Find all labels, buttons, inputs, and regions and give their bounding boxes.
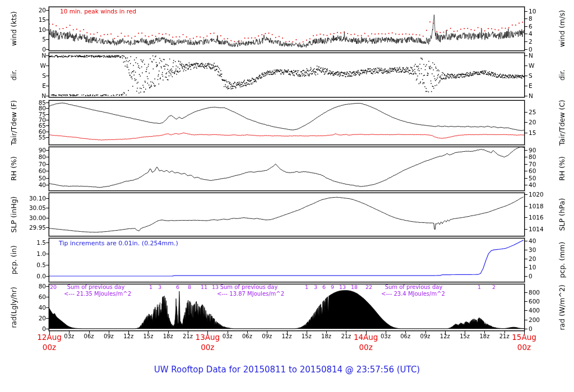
tip-increment-note: Tip increments are 0.01in. (0.254mm.) <box>59 240 178 247</box>
tick-label-right-temperature: 15 <box>529 129 558 136</box>
tick-label-left-rh: 90 <box>19 147 46 153</box>
tick-label-left-wind: 10 <box>19 26 46 33</box>
tick-label-right-rh: 60 <box>529 167 558 174</box>
x-axis-minor-label: 18z <box>159 333 177 339</box>
x-axis-major-label-hour: 00z <box>348 343 384 352</box>
x-axis-minor-label: 09z <box>258 333 276 339</box>
tick-label-left-wind: 5 <box>19 36 46 43</box>
tick-label-left-dir: N <box>19 52 46 59</box>
tick-label-left-rh: 70 <box>19 161 46 167</box>
tick-label-right-rh: 80 <box>529 153 558 160</box>
x-axis-major-label: 13Aug <box>189 333 225 342</box>
axis-label-dir-left: dir. <box>10 69 18 80</box>
tick-label-left-dir: N <box>19 92 46 99</box>
tick-label-left-slp: 30.00 <box>19 214 46 221</box>
x-axis-minor-label: 06z <box>80 333 98 339</box>
tick-label-left-dir: S <box>19 72 46 79</box>
axis-label-temp-left: Tair/Tdew (F) <box>10 100 18 145</box>
tick-label-right-rh: 90 <box>529 147 558 153</box>
tick-label-right-pcp: 20 <box>529 255 558 262</box>
tick-label-left-rh: 80 <box>19 153 46 160</box>
tick-label-right-wind: 10 <box>529 8 558 15</box>
x-axis-minor-label: 09z <box>416 333 434 339</box>
tick-label-right-wind: 8 <box>529 15 558 22</box>
x-axis-minor-label: 15z <box>139 333 157 339</box>
tick-label-right-rad: 600 <box>529 298 558 305</box>
tick-label-left-rad: 20 <box>19 315 46 321</box>
tick-label-right-wind: 2 <box>529 38 558 45</box>
tick-label-left-dir: E <box>19 82 46 89</box>
x-axis-minor-label: 12z <box>119 333 137 339</box>
tick-label-left-wind: 20 <box>19 7 46 13</box>
tick-label-left-dir: W <box>19 62 46 69</box>
x-axis-major-label: 14Aug <box>348 333 384 342</box>
weather-station-figure: wind (kts) dir. Tair/Tdew (F) RH (%) SLP… <box>0 0 574 392</box>
x-axis-major-label-hour: 00z <box>31 343 67 352</box>
rad-sum-note-2b: <--- 13.87 MJoules/m^2 <box>189 291 312 297</box>
axis-label-slp-right: SLP (hPa) <box>558 198 566 231</box>
tick-label-right-rh: 70 <box>529 161 558 167</box>
tick-label-left-rh: 60 <box>19 167 46 174</box>
tick-label-right-slp: 1016 <box>529 214 558 221</box>
tick-label-left-pcp: 1.0 <box>19 250 46 257</box>
axis-label-rad-left: rad(Lgly/hr) <box>10 287 18 328</box>
axis-label-slp-left: SLP (inHg) <box>10 197 18 233</box>
axis-label-rh-left: RH (%) <box>10 156 18 181</box>
tick-label-right-dir: W <box>529 62 558 69</box>
x-axis-minor-label: 12z <box>278 333 296 339</box>
tick-label-right-slp: 1014 <box>529 226 558 232</box>
x-axis-minor-label: 06z <box>238 333 256 339</box>
tick-label-left-rh: 40 <box>19 181 46 188</box>
tick-label-right-pcp: 30 <box>529 246 558 253</box>
tick-label-right-rad: 200 <box>529 316 558 323</box>
tick-label-right-dir: N <box>529 92 558 99</box>
tick-label-right-wind: 6 <box>529 23 558 30</box>
rad-hour-mark: 2 <box>432 284 556 290</box>
x-axis-major-label: 12Aug <box>31 333 67 342</box>
tick-label-right-rh: 40 <box>529 181 558 188</box>
axis-label-rad-right: rad (W/m^2) <box>558 284 566 330</box>
tick-label-right-rad: 0 <box>529 325 558 332</box>
x-axis-minor-label: 12z <box>436 333 454 339</box>
axis-label-rh-right: RH (%) <box>558 156 566 181</box>
tick-label-left-wind: 15 <box>19 16 46 23</box>
axis-label-pcp-right: pcp. (mm) <box>558 242 566 278</box>
tick-label-right-pcp: 0 <box>529 273 558 279</box>
tick-label-left-slp: 29.95 <box>19 224 46 231</box>
tick-label-right-wind: 4 <box>529 30 558 37</box>
tick-label-right-temperature: 20 <box>529 119 558 125</box>
tick-label-left-rh: 50 <box>19 175 46 181</box>
tick-label-right-rad: 400 <box>529 307 558 314</box>
tick-label-right-dir: E <box>529 82 558 89</box>
axis-label-wind-right: wind (m/s) <box>558 10 566 47</box>
tick-label-right-dir: S <box>529 72 558 79</box>
axis-label-wind-left: wind (kts) <box>10 11 18 46</box>
x-axis-minor-label: 06z <box>396 333 414 339</box>
rad-sum-note-3b: <--- 23.4 MJoules/m^2 <box>351 291 475 297</box>
tick-label-right-slp: 1018 <box>529 203 558 209</box>
tick-label-left-rad: 0 <box>19 325 46 332</box>
peak-wind-note: 10 min. peak winds in red <box>60 8 136 15</box>
tick-label-right-pcp: 10 <box>529 264 558 270</box>
figure-title: UW Rooftop Data for 20150811 to 20150814… <box>0 365 574 375</box>
rad-hour-mark: 22 <box>307 284 430 290</box>
x-axis-minor-label: 15z <box>456 333 474 339</box>
tick-label-left-temperature: 55 <box>19 134 46 141</box>
tick-label-left-slp: 30.05 <box>19 204 46 211</box>
tick-label-left-pcp: 0.5 <box>19 262 46 268</box>
tick-label-left-slp: 30.10 <box>19 195 46 202</box>
tick-label-left-pcp: 1.5 <box>19 239 46 246</box>
x-axis-major-label-hour: 00z <box>506 343 542 352</box>
x-axis-minor-label: 09z <box>100 333 118 339</box>
tick-label-left-rad: 40 <box>19 304 46 311</box>
axis-label-temp-right: Tair/Tdew (C) <box>558 100 566 146</box>
x-axis-major-label: 15Aug <box>506 333 542 342</box>
tick-label-right-dir: N <box>529 52 558 59</box>
x-axis-minor-label: 15z <box>298 333 316 339</box>
rad-sum-note-1b: <--- 21.35 MJoules/m^2 <box>36 291 159 297</box>
axis-label-dir-right: dir. <box>558 69 566 80</box>
x-axis-minor-label: 18z <box>317 333 335 339</box>
tick-label-left-pcp: 0.0 <box>19 273 46 279</box>
x-axis-major-label-hour: 00z <box>189 343 225 352</box>
tick-label-right-temperature: 25 <box>529 109 558 115</box>
